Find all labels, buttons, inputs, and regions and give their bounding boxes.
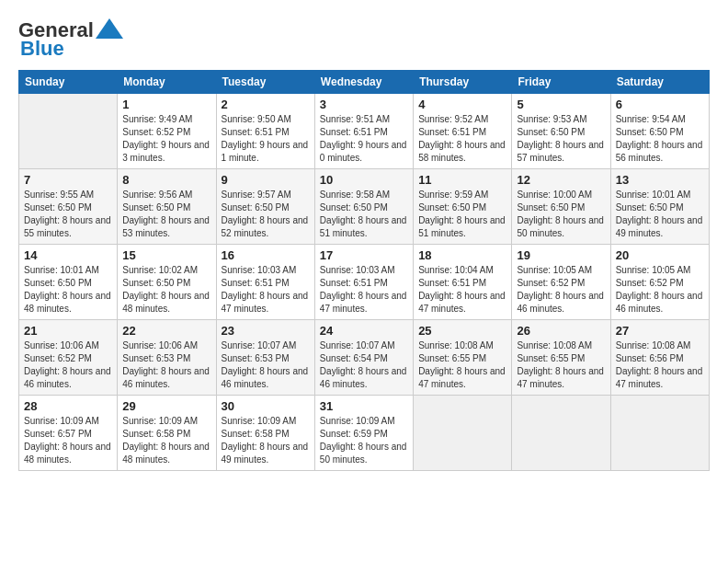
day-number: 21 [24, 324, 112, 338]
calendar-cell: 1Sunrise: 9:49 AMSunset: 6:52 PMDaylight… [118, 94, 216, 169]
day-number: 2 [222, 98, 310, 111]
day-number: 3 [320, 98, 408, 111]
logo-text-blue: Blue [20, 37, 64, 61]
day-number: 4 [418, 98, 506, 111]
weekday-header-sunday: Sunday [19, 71, 118, 94]
calendar-cell: 23Sunrise: 10:07 AMSunset: 6:53 PMDaylig… [216, 320, 314, 396]
day-info: Sunrise: 9:55 AMSunset: 6:50 PMDaylight:… [24, 189, 112, 240]
day-number: 11 [418, 173, 506, 187]
day-number: 25 [418, 324, 506, 338]
day-number: 9 [222, 173, 310, 187]
calendar-cell: 26Sunrise: 10:08 AMSunset: 6:55 PMDaylig… [512, 320, 610, 396]
weekday-header-thursday: Thursday [414, 71, 512, 94]
day-info: Sunrise: 9:56 AMSunset: 6:50 PMDaylight:… [122, 189, 210, 240]
calendar-cell: 11Sunrise: 9:59 AMSunset: 6:50 PMDayligh… [414, 169, 512, 245]
calendar-cell: 21Sunrise: 10:06 AMSunset: 6:52 PMDaylig… [19, 320, 118, 396]
calendar-cell: 13Sunrise: 10:01 AMSunset: 6:50 PMDaylig… [610, 169, 709, 245]
calendar-cell: 27Sunrise: 10:08 AMSunset: 6:56 PMDaylig… [610, 320, 709, 396]
calendar-cell [610, 396, 709, 471]
day-number: 20 [616, 248, 704, 262]
day-number: 16 [222, 248, 310, 262]
calendar-week-row: 21Sunrise: 10:06 AMSunset: 6:52 PMDaylig… [19, 320, 710, 396]
day-info: Sunrise: 9:57 AMSunset: 6:50 PMDaylight:… [222, 189, 310, 240]
calendar-cell: 22Sunrise: 10:06 AMSunset: 6:53 PMDaylig… [118, 320, 216, 396]
day-info: Sunrise: 9:51 AMSunset: 6:51 PMDaylight:… [320, 113, 408, 165]
day-number: 28 [24, 399, 112, 413]
day-number: 6 [616, 98, 704, 111]
day-number: 18 [418, 248, 506, 262]
calendar-cell [414, 396, 512, 471]
calendar-week-row: 1Sunrise: 9:49 AMSunset: 6:52 PMDaylight… [19, 94, 710, 169]
weekday-header-saturday: Saturday [610, 71, 709, 94]
calendar-cell: 17Sunrise: 10:03 AMSunset: 6:51 PMDaylig… [314, 245, 413, 320]
day-info: Sunrise: 10:05 AMSunset: 6:52 PMDaylight… [517, 264, 605, 316]
day-number: 23 [222, 324, 310, 338]
day-info: Sunrise: 9:53 AMSunset: 6:50 PMDaylight:… [517, 113, 605, 165]
day-info: Sunrise: 10:09 AMSunset: 6:57 PMDaylight… [24, 415, 112, 466]
day-info: Sunrise: 10:07 AMSunset: 6:54 PMDaylight… [320, 339, 408, 391]
day-info: Sunrise: 10:09 AMSunset: 6:59 PMDaylight… [320, 415, 408, 466]
page-header: General Blue [18, 18, 710, 61]
calendar-cell: 30Sunrise: 10:09 AMSunset: 6:58 PMDaylig… [216, 396, 314, 471]
day-number: 13 [616, 173, 704, 187]
calendar-cell: 15Sunrise: 10:02 AMSunset: 6:50 PMDaylig… [118, 245, 216, 320]
weekday-header-friday: Friday [512, 71, 610, 94]
logo: General Blue [18, 18, 123, 61]
day-number: 1 [122, 98, 210, 111]
calendar-cell: 20Sunrise: 10:05 AMSunset: 6:52 PMDaylig… [610, 245, 709, 320]
day-info: Sunrise: 10:01 AMSunset: 6:50 PMDaylight… [616, 189, 704, 240]
calendar-week-row: 14Sunrise: 10:01 AMSunset: 6:50 PMDaylig… [19, 245, 710, 320]
day-number: 12 [517, 173, 605, 187]
svg-marker-0 [96, 18, 123, 39]
calendar-cell: 9Sunrise: 9:57 AMSunset: 6:50 PMDaylight… [216, 169, 314, 245]
weekday-header-monday: Monday [118, 71, 216, 94]
day-info: Sunrise: 10:03 AMSunset: 6:51 PMDaylight… [222, 264, 310, 316]
calendar-cell: 8Sunrise: 9:56 AMSunset: 6:50 PMDaylight… [118, 169, 216, 245]
day-number: 17 [320, 248, 408, 262]
day-info: Sunrise: 10:09 AMSunset: 6:58 PMDaylight… [122, 415, 210, 466]
day-info: Sunrise: 10:09 AMSunset: 6:58 PMDaylight… [222, 415, 310, 466]
day-info: Sunrise: 10:01 AMSunset: 6:50 PMDaylight… [24, 264, 112, 316]
calendar-cell: 3Sunrise: 9:51 AMSunset: 6:51 PMDaylight… [314, 94, 413, 169]
day-info: Sunrise: 9:52 AMSunset: 6:51 PMDaylight:… [418, 113, 506, 165]
day-number: 8 [122, 173, 210, 187]
day-number: 31 [320, 399, 408, 413]
day-number: 5 [517, 98, 605, 111]
calendar-cell: 10Sunrise: 9:58 AMSunset: 6:50 PMDayligh… [314, 169, 413, 245]
day-info: Sunrise: 10:00 AMSunset: 6:50 PMDaylight… [517, 189, 605, 240]
calendar-cell: 5Sunrise: 9:53 AMSunset: 6:50 PMDaylight… [512, 94, 610, 169]
day-number: 14 [24, 248, 112, 262]
calendar-week-row: 28Sunrise: 10:09 AMSunset: 6:57 PMDaylig… [19, 396, 710, 471]
day-number: 7 [24, 173, 112, 187]
calendar-cell: 31Sunrise: 10:09 AMSunset: 6:59 PMDaylig… [314, 396, 413, 471]
day-number: 30 [222, 399, 310, 413]
day-info: Sunrise: 10:04 AMSunset: 6:51 PMDaylight… [418, 264, 506, 316]
calendar-cell [19, 94, 118, 169]
calendar-week-row: 7Sunrise: 9:55 AMSunset: 6:50 PMDaylight… [19, 169, 710, 245]
calendar-cell: 28Sunrise: 10:09 AMSunset: 6:57 PMDaylig… [19, 396, 118, 471]
day-number: 27 [616, 324, 704, 338]
calendar-cell: 24Sunrise: 10:07 AMSunset: 6:54 PMDaylig… [314, 320, 413, 396]
calendar-cell: 2Sunrise: 9:50 AMSunset: 6:51 PMDaylight… [216, 94, 314, 169]
day-info: Sunrise: 10:08 AMSunset: 6:55 PMDaylight… [418, 339, 506, 391]
calendar-cell: 18Sunrise: 10:04 AMSunset: 6:51 PMDaylig… [414, 245, 512, 320]
day-number: 26 [517, 324, 605, 338]
day-info: Sunrise: 10:07 AMSunset: 6:53 PMDaylight… [222, 339, 310, 391]
day-number: 24 [320, 324, 408, 338]
calendar-cell: 6Sunrise: 9:54 AMSunset: 6:50 PMDaylight… [610, 94, 709, 169]
calendar-cell: 29Sunrise: 10:09 AMSunset: 6:58 PMDaylig… [118, 396, 216, 471]
day-number: 19 [517, 248, 605, 262]
calendar-cell [512, 396, 610, 471]
day-info: Sunrise: 10:06 AMSunset: 6:53 PMDaylight… [122, 339, 210, 391]
weekday-header-wednesday: Wednesday [314, 71, 413, 94]
calendar-cell: 12Sunrise: 10:00 AMSunset: 6:50 PMDaylig… [512, 169, 610, 245]
calendar-cell: 7Sunrise: 9:55 AMSunset: 6:50 PMDaylight… [19, 169, 118, 245]
day-info: Sunrise: 10:06 AMSunset: 6:52 PMDaylight… [24, 339, 112, 391]
day-info: Sunrise: 9:59 AMSunset: 6:50 PMDaylight:… [418, 189, 506, 240]
day-number: 15 [122, 248, 210, 262]
calendar-cell: 19Sunrise: 10:05 AMSunset: 6:52 PMDaylig… [512, 245, 610, 320]
day-info: Sunrise: 10:05 AMSunset: 6:52 PMDaylight… [616, 264, 704, 316]
day-info: Sunrise: 10:08 AMSunset: 6:56 PMDaylight… [616, 339, 704, 391]
calendar-cell: 4Sunrise: 9:52 AMSunset: 6:51 PMDaylight… [414, 94, 512, 169]
calendar-header-row: SundayMondayTuesdayWednesdayThursdayFrid… [19, 71, 710, 94]
